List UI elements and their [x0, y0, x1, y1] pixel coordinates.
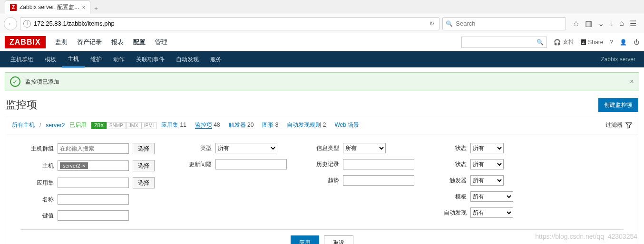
- favicon-icon: Z: [10, 4, 17, 11]
- host-label: 主机: [20, 162, 54, 170]
- reset-button[interactable]: 重设: [324, 235, 353, 244]
- host-group-label: 主机群组: [20, 145, 54, 153]
- tag-remove-icon[interactable]: ×: [82, 163, 85, 169]
- sub-nav: 主机群组模板主机维护动作关联项事件自动发现服务Zabbix server: [0, 51, 644, 67]
- subnav-item[interactable]: 服务: [205, 51, 227, 68]
- filter-col-3: 信息类型 所有 历史记录 趋势: [311, 143, 414, 221]
- all-hosts-link[interactable]: 所有主机: [12, 121, 35, 129]
- main-nav: 监测资产记录报表配置管理: [55, 38, 167, 47]
- reload-icon[interactable]: ↻: [428, 20, 436, 27]
- help-icon[interactable]: ?: [610, 39, 613, 46]
- subnav-item[interactable]: 主机: [62, 51, 85, 68]
- title-row: 监控项 创建监控项: [0, 96, 644, 116]
- zabbix-search-input[interactable]: [465, 39, 537, 46]
- search-icon[interactable]: 🔍: [537, 39, 544, 46]
- trigger-select[interactable]: 所有: [470, 175, 504, 186]
- create-item-button[interactable]: 创建监控项: [598, 98, 638, 112]
- success-message: ✓ 监控项已添加 ×: [5, 72, 639, 91]
- entity-link[interactable]: 自动发现规则: [287, 122, 321, 128]
- support-link[interactable]: 🎧 支持: [554, 38, 574, 46]
- host-link[interactable]: server2: [46, 122, 65, 129]
- interface-badges: ZBXSNMPJMXIPMI: [91, 122, 156, 129]
- appset-input[interactable]: [58, 178, 129, 188]
- entity-link[interactable]: 应用集: [161, 122, 178, 128]
- browser-search[interactable]: 🔍: [442, 17, 566, 30]
- history-input[interactable]: [343, 159, 414, 169]
- filter-col-1: 主机群组 选择 主机 server2 × 选择 应用集 选择: [20, 143, 155, 221]
- host-group-input[interactable]: [58, 143, 129, 154]
- subnav-item[interactable]: 维护: [85, 51, 107, 68]
- subnav-item[interactable]: 自动发现: [170, 51, 205, 68]
- infotype-label: 信息类型: [311, 144, 339, 152]
- entity-count: 2: [321, 122, 326, 128]
- tab-close-icon[interactable]: ×: [82, 4, 85, 11]
- pocket-icon[interactable]: ⌄: [598, 19, 604, 28]
- name-input[interactable]: [58, 194, 129, 205]
- state-select[interactable]: 所有: [470, 143, 504, 153]
- entity-link[interactable]: Web 场景: [334, 122, 359, 128]
- user-icon[interactable]: 👤: [620, 39, 627, 46]
- url-input[interactable]: [34, 20, 428, 27]
- bookmark-icon[interactable]: ☆: [573, 19, 579, 28]
- interface-badge: ZBX: [91, 122, 106, 129]
- url-bar[interactable]: i ↻: [20, 17, 439, 30]
- new-tab-button[interactable]: +: [90, 3, 101, 14]
- interval-input[interactable]: [215, 159, 287, 169]
- nav-item[interactable]: 资产记录: [77, 38, 102, 47]
- power-icon[interactable]: ⏻: [634, 39, 639, 46]
- key-input[interactable]: [58, 210, 129, 221]
- info-icon[interactable]: i: [23, 20, 31, 28]
- nav-item[interactable]: 管理: [155, 38, 167, 47]
- appset-select-button[interactable]: 选择: [133, 177, 155, 188]
- nav-item[interactable]: 监测: [55, 38, 68, 47]
- trend-input[interactable]: [343, 175, 414, 186]
- zabbix-search[interactable]: 🔍: [461, 37, 547, 48]
- subnav-item[interactable]: 动作: [107, 51, 130, 68]
- back-button[interactable]: ←: [4, 17, 17, 30]
- message-row: ✓ 监控项已添加 ×: [0, 67, 644, 96]
- trend-label: 趋势: [311, 177, 339, 185]
- nav-item[interactable]: 报表: [111, 38, 124, 47]
- library-icon[interactable]: ▥: [585, 19, 592, 28]
- interface-badge: SNMP: [107, 122, 126, 129]
- download-icon[interactable]: ↓: [610, 19, 614, 28]
- host-group-select-button[interactable]: 选择: [133, 143, 155, 154]
- history-label: 历史记录: [311, 160, 339, 169]
- menu-icon[interactable]: ☰: [630, 19, 636, 28]
- subnav-item[interactable]: 关联项事件: [130, 51, 170, 68]
- tab-title: Zabbix server: 配置监...: [20, 3, 79, 11]
- nav-item[interactable]: 配置: [133, 38, 146, 47]
- browser-toolbar: ← i ↻ 🔍 ☆ ▥ ⌄ ↓ ⌂ ☰: [0, 14, 644, 33]
- status-select[interactable]: 所有: [470, 159, 504, 169]
- infotype-select[interactable]: 所有: [343, 143, 386, 153]
- filter-col-2: 类型 所有 更新间隔: [178, 143, 287, 221]
- filter-toggle[interactable]: 过滤器: [605, 121, 632, 129]
- host-select-button[interactable]: 选择: [133, 160, 155, 171]
- z-share-icon: Z: [581, 39, 586, 45]
- headset-icon: 🎧: [554, 39, 561, 46]
- page-title: 监控项: [6, 98, 37, 112]
- template-select[interactable]: 所有: [470, 191, 513, 202]
- share-link[interactable]: Z Share: [581, 39, 604, 46]
- subnav-item[interactable]: 主机群组: [5, 51, 39, 68]
- browser-tab[interactable]: Z Zabbix server: 配置监... ×: [5, 0, 90, 14]
- breadcrumb-separator: /: [39, 122, 41, 129]
- entity-link[interactable]: 图形: [262, 122, 273, 128]
- search-input[interactable]: [456, 20, 563, 27]
- apply-button[interactable]: 应用: [291, 235, 319, 244]
- server-label: Zabbix server: [601, 56, 639, 63]
- entity-link[interactable]: 监控项: [195, 122, 212, 129]
- host-input[interactable]: server2 ×: [58, 160, 129, 171]
- entity-count: 20: [246, 122, 254, 128]
- interval-label: 更新间隔: [178, 160, 212, 169]
- enabled-label: 已启用: [69, 121, 87, 129]
- discovery-label: 自动发现: [438, 209, 467, 217]
- filter-col-4: 状态 所有 状态 所有 触发器 所有 模板 所有 自动发现 所有: [438, 143, 513, 221]
- home-icon[interactable]: ⌂: [619, 19, 624, 28]
- subnav-item[interactable]: 模板: [39, 51, 62, 68]
- zabbix-logo[interactable]: ZABBIX: [5, 36, 46, 48]
- entity-link[interactable]: 触发器: [229, 122, 246, 128]
- message-close-icon[interactable]: ×: [630, 77, 634, 86]
- type-select[interactable]: 所有: [215, 143, 277, 153]
- discovery-select[interactable]: 所有: [470, 207, 513, 218]
